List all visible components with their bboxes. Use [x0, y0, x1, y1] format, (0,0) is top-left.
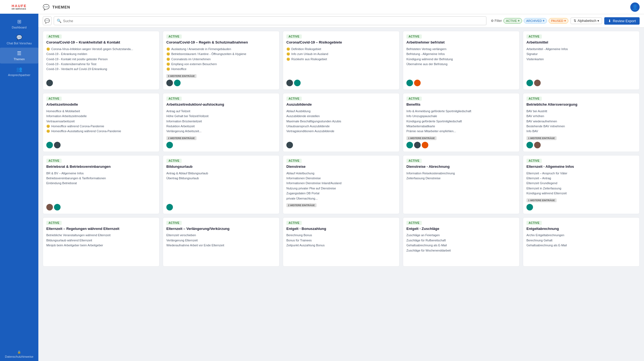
card-item-text: Elternzeit in Zeiterfassung: [526, 186, 561, 190]
card-item: Arbeitsmittel - Allgemeine Infos: [526, 47, 636, 51]
sidebar-item-datenschutz[interactable]: 🔒 Datenschutzhinweise: [0, 348, 38, 361]
topic-card[interactable]: ACTIVE Dienstreise Ablauf Hotelbuchung I…: [283, 155, 400, 214]
card-item-text: Auslastung / Anwesende in Firmengebäuden: [171, 47, 231, 51]
avatar: [526, 80, 533, 86]
card-title: Corona/Covid-19 – Krankheitsfall & Konta…: [46, 40, 156, 45]
topic-card[interactable]: ACTIVE Auszubildende Ablauf Ausbildung A…: [283, 93, 400, 152]
sidebar-item-label: Dashboard: [12, 26, 27, 29]
card-item: 😊 Homeoffice: [166, 67, 276, 71]
status-badge: ACTIVE: [46, 97, 62, 101]
status-badge: ACTIVE: [46, 159, 62, 163]
sort-icon: ⇅: [574, 19, 576, 23]
avatar: [54, 142, 61, 148]
topic-card[interactable]: ACTIVE Arbeitszeitmodelle Homeoffice & M…: [43, 93, 159, 152]
status-badge: ACTIVE: [526, 159, 542, 163]
filter-active-chip[interactable]: ACTIVE +: [503, 18, 522, 24]
card-item-text: Elternzeit – Antrag: [526, 176, 551, 180]
topic-card[interactable]: ACTIVE Elternzeit – Verlängerung/Verkürz…: [163, 217, 280, 267]
card-item-text: Kündigung während der Befristung: [406, 57, 453, 61]
card-item: 😊 Homeoffice während Corona-Pandemie: [46, 124, 156, 128]
more-badge[interactable]: 5 WEITERE EINTRÄGE: [166, 74, 196, 78]
emoji-icon: 😊: [286, 52, 290, 56]
card-item: Info BAV: [526, 129, 636, 133]
emoji-icon: 😊: [46, 124, 50, 128]
sidebar-item-dashboard[interactable]: ⊞ Dashboard: [0, 16, 38, 32]
topic-card[interactable]: ACTIVE Elternzeit – Regelungen während E…: [43, 217, 159, 267]
topic-card[interactable]: ACTIVE Betriebliche Altersversorgung BAV…: [523, 93, 640, 152]
topic-card[interactable]: ACTIVE Corona/Covid-19 – Krankheitsfall …: [43, 31, 159, 90]
sidebar-item-themen[interactable]: ☰ Themen: [0, 48, 38, 63]
topic-card[interactable]: ACTIVE Corona/Covid-19 – Risikogebiete 😊…: [283, 31, 400, 90]
card-item: Übernahme aus der Befristung: [406, 62, 516, 66]
review-export-button[interactable]: ⬇ Review Export: [604, 17, 640, 25]
sidebar-item-chatbot[interactable]: 💬 Chat Bot Vorschau: [0, 32, 38, 48]
topic-card[interactable]: ACTIVE Arbeitszeitreduktion/-aufstockung…: [163, 93, 280, 152]
card-item-text: Definition Risikogebiet: [291, 47, 321, 51]
card-item: Vertragskonditionem Auszubildende: [286, 129, 396, 133]
status-badge: ACTIVE: [526, 221, 542, 225]
chatbot-icon: 💬: [16, 34, 22, 41]
status-badge: ACTIVE: [166, 221, 182, 225]
sidebar: HAUFE HR SERVICES ⊞ Dashboard 💬 Chat Bot…: [0, 0, 38, 361]
topic-card[interactable]: ACTIVE Entgeltabrechnung Archiv Entgelta…: [523, 217, 640, 267]
card-title: Entgelt - Bonuszahlung: [286, 227, 396, 231]
card-item-text: Homeoffice & Mobilarbeit: [46, 109, 80, 113]
card-item-text: Betriebliche Veranstaltungen während Elt…: [46, 233, 110, 237]
card-item-text: Gehaltsabrechnung als E-Mail: [406, 243, 447, 247]
card-item-text: Antrag auf Teilzeit: [166, 109, 190, 113]
avatar: [54, 204, 61, 210]
topic-card[interactable]: ACTIVE Corona/Covid-19 – Regeln & Schutz…: [163, 31, 280, 90]
more-badge[interactable]: 1 WEITERE EINTRÄGE: [526, 136, 557, 140]
emoji-icon: 😊: [166, 52, 170, 56]
card-item-text: Corona-Virus-Infektion wegen Verstoß geg…: [51, 47, 133, 51]
status-badge: ACTIVE: [286, 159, 302, 163]
status-badge: ACTIVE: [166, 97, 182, 101]
card-item: Minijob beim Arbeitgeber beim Arbeitgebe…: [46, 243, 156, 247]
filter-archived-chip[interactable]: ARCHIVED +: [524, 18, 547, 24]
card-item: Befristeten Vertrag verlängern: [406, 47, 516, 51]
more-badge[interactable]: 2 WEITERE EINTRÄGE: [166, 136, 196, 140]
card-item: BAV wiederaufnehmen: [526, 119, 636, 123]
card-footer: [46, 80, 156, 86]
more-badge[interactable]: 1 WEITERE EINTRÄGE: [406, 136, 437, 140]
card-item: Höhe Gehalt bei Teilzeit/Vollzeit: [166, 114, 276, 118]
more-badge[interactable]: 1 WEITERE EINTRÄGE: [526, 198, 557, 202]
user-avatar[interactable]: 👤: [630, 2, 640, 12]
topbar-title: THEMEN: [52, 5, 70, 9]
topic-card[interactable]: ACTIVE Benefits Info & Anmeldung geförde…: [403, 93, 520, 152]
emoji-icon: 😊: [166, 62, 170, 66]
topic-card[interactable]: ACTIVE Entgelt - Zuschläge Zuschläge an …: [403, 217, 520, 267]
topic-card[interactable]: ACTIVE Arbeitnehmer befristet Befristete…: [403, 31, 520, 90]
card-title: Betriebliche Altersversorgung: [526, 102, 636, 107]
card-item: Informationen Dienstreise: [286, 176, 396, 180]
avatar: [534, 142, 541, 148]
card-item-text: Info BAV: [526, 129, 538, 133]
card-item-text: Zuschläge an Feiertagen: [406, 233, 440, 237]
topic-card[interactable]: ACTIVE Arbeitsmittel Arbeitsmittel - All…: [523, 31, 640, 90]
ansprechpartner-icon: 👥: [16, 66, 22, 72]
card-item: Zeiterfassung Dienstreise: [406, 176, 516, 180]
card-title: Corona/Covid-19 – Risikogebiete: [286, 40, 396, 45]
sidebar-item-ansprechpartner[interactable]: 👥 Ansprechpartner: [0, 63, 38, 79]
topic-card[interactable]: ACTIVE Dienstreise - Abrechnung Informat…: [403, 155, 520, 214]
status-badge: ACTIVE: [286, 34, 302, 39]
sort-button[interactable]: ⇅ Alphabetisch ▾: [571, 18, 602, 24]
card-item-text: private Übernachtung...: [286, 197, 318, 201]
more-badge[interactable]: 2 WEITERE EINTRÄGE: [286, 203, 317, 207]
toolbar-chat-button[interactable]: 💬: [43, 16, 52, 25]
card-item: Covid-19 - Verdacht auf Covid-19 Erkrank…: [46, 67, 156, 71]
card-item-text: Elternzeit – Anspruch für Väter: [526, 171, 567, 175]
card-item-text: Verlängerung Arbeitszeit...: [166, 129, 201, 133]
topic-card[interactable]: ACTIVE Elternzeit - Allgemeine Infos Elt…: [523, 155, 640, 214]
card-items: Ablauf Hotelbuchung Informationen Dienst…: [286, 171, 396, 201]
search-input[interactable]: [63, 19, 483, 23]
topic-card[interactable]: ACTIVE Entgelt - Bonuszahlung Berechnung…: [283, 217, 400, 267]
card-item: Info Umzugspauschale: [406, 114, 516, 118]
filter-paused-chip[interactable]: PAUSED +: [549, 18, 568, 24]
topic-card[interactable]: ACTIVE Bildungsurlaub Antrag & Ablauf Bi…: [163, 155, 280, 214]
card-items: Information Reisekostenabrechnung Zeiter…: [406, 171, 516, 181]
card-item: Visitenkarten: [526, 57, 636, 61]
card-item: 😊 Homeoffice-Ausstattung während Corona-…: [46, 129, 156, 133]
avatar: [414, 80, 421, 86]
topic-card[interactable]: ACTIVE Betriebsrat & Betriebsvereinbarun…: [43, 155, 159, 214]
